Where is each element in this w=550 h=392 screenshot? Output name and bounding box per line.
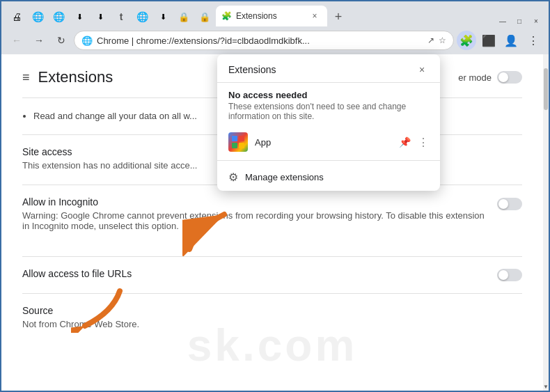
address-field[interactable]: 🌐 Chrome | chrome://extensions/?id=clbda… (74, 31, 454, 50)
tab-lock2[interactable]: 🔒 (195, 7, 214, 26)
minimize-btn[interactable]: — (496, 15, 510, 26)
sep3 (22, 256, 522, 257)
active-tab-favicon: 🧩 (221, 11, 232, 21)
scrollbar: ▼ (543, 54, 549, 392)
tab-globe1[interactable]: 🌐 (28, 7, 47, 26)
manage-extensions-btn[interactable]: ⚙ Manage extensions (217, 164, 440, 191)
page-area: ≡ Extensions er mode Read and change all… (1, 54, 549, 392)
developer-mode-label: er mode (458, 72, 492, 83)
popup-header: Extensions × (217, 54, 440, 83)
popup-section-title: No access needed (217, 83, 440, 102)
tab-download2[interactable]: ⬇ (91, 7, 110, 26)
tab-download1[interactable]: ⬇ (70, 7, 89, 26)
tab-active[interactable]: 🧩 Extensions × (216, 6, 327, 26)
svg-rect-2 (232, 136, 237, 141)
tab-globe3[interactable]: 🌐 (132, 7, 152, 26)
sidebar-btn[interactable]: ⬛ (479, 31, 498, 50)
page-title-row: ≡ Extensions (22, 68, 113, 86)
arrow-up-right (182, 207, 238, 256)
incognito-toggle[interactable] (497, 198, 522, 210)
incognito-title: Allow in Incognito (22, 196, 486, 207)
new-tab-btn[interactable]: + (329, 7, 348, 26)
incognito-desc: Warning: Google Chrome cannot prevent ex… (22, 210, 486, 231)
menu-btn[interactable]: ⋮ (524, 31, 543, 50)
svg-rect-3 (239, 136, 244, 141)
tab-print[interactable]: 🖨 (7, 7, 26, 26)
incognito-toggle-knob (498, 199, 508, 209)
popup-app-item: App 📌 ⋮ (217, 127, 440, 157)
arrow-down-left (71, 284, 127, 333)
developer-mode-toggle[interactable] (497, 71, 522, 84)
svg-rect-5 (239, 143, 244, 148)
tab-lock1[interactable]: 🔒 (174, 7, 194, 26)
popup-close-btn[interactable]: × (415, 63, 429, 77)
tab-t[interactable]: t (111, 7, 131, 26)
app-icon (228, 132, 248, 152)
bookmark-icon: ☆ (439, 36, 446, 45)
toggle-knob (498, 72, 508, 82)
favicon-tabs: 🖨 🌐 🌐 ⬇ ⬇ t 🌐 ⬇ 🔒 🔒 (7, 7, 214, 26)
popup-divider (217, 160, 440, 161)
address-bar-row: ← → ↻ 🌐 Chrome | chrome://extensions/?id… (1, 26, 549, 54)
reload-btn[interactable]: ↻ (52, 31, 71, 50)
file-urls-toggle-knob (498, 270, 508, 280)
window-controls: — □ × (496, 15, 543, 26)
address-globe-icon: 🌐 (81, 36, 93, 46)
page-title: Extensions (38, 68, 113, 86)
tab-close-btn[interactable]: × (309, 10, 320, 22)
scrollbar-thumb[interactable] (544, 68, 548, 110)
extensions-btn[interactable]: 🧩 (457, 31, 476, 50)
share-icon: ↗ (427, 36, 434, 45)
extensions-popup: Extensions × No access needed These exte… (217, 54, 440, 191)
popup-app-name: App (255, 137, 392, 148)
address-url: Chrome | chrome://extensions/?id=clbdaod… (97, 36, 423, 46)
close-btn[interactable]: × (529, 15, 543, 26)
tab-globe2[interactable]: 🌐 (49, 7, 68, 26)
allow-incognito-section: Allow in Incognito Warning: Google Chrom… (22, 196, 522, 245)
manage-extensions-label: Manage extensions (245, 172, 324, 182)
popup-title: Extensions (228, 64, 276, 75)
hamburger-icon[interactable]: ≡ (22, 70, 30, 85)
active-tab-label: Extensions (236, 11, 305, 21)
tab-bar: 🖨 🌐 🌐 ⬇ ⬇ t 🌐 ⬇ 🔒 🔒 🧩 Extensions × + — □… (1, 1, 549, 26)
popup-section-desc: These extensions don't need to see and c… (217, 102, 440, 127)
manage-extensions-icon: ⚙ (228, 171, 238, 184)
file-urls-toggle[interactable] (497, 269, 522, 281)
svg-rect-4 (232, 143, 237, 148)
developer-mode-row: er mode (458, 71, 522, 84)
popup-pin-btn[interactable]: 📌 (399, 136, 411, 148)
allow-file-section: Allow access to file URLs (22, 268, 522, 282)
file-urls-title: Allow access to file URLs (22, 268, 132, 279)
scrollbar-down-arrow[interactable]: ▼ (543, 381, 549, 392)
maximize-btn[interactable]: □ (512, 15, 526, 26)
tab-download3[interactable]: ⬇ (153, 7, 173, 26)
forward-btn[interactable]: → (29, 31, 49, 50)
back-btn[interactable]: ← (7, 31, 26, 50)
browser-window: 🖨 🌐 🌐 ⬇ ⬇ t 🌐 ⬇ 🔒 🔒 🧩 Extensions × + — □… (1, 1, 549, 392)
popup-item-menu-btn[interactable]: ⋮ (418, 136, 429, 149)
profile-btn[interactable]: 👤 (501, 31, 521, 50)
